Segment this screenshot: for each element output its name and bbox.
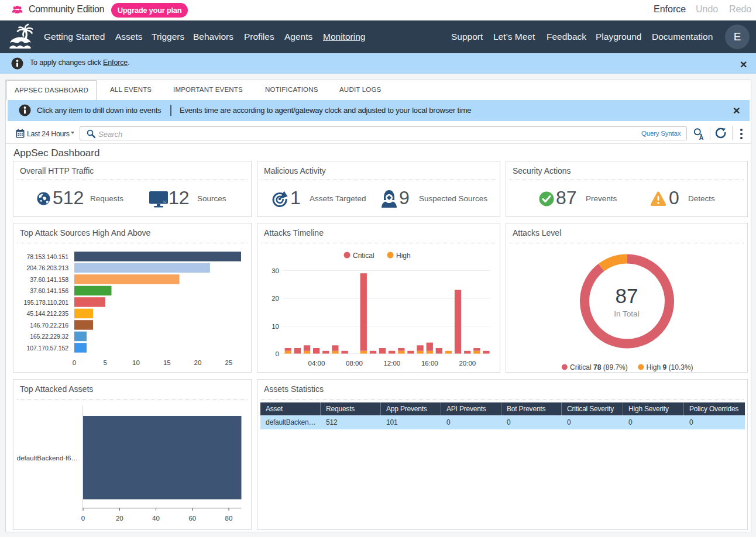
svg-text:204.76.203.213: 204.76.203.213 [26,264,68,271]
svg-text:195.178.110.201: 195.178.110.201 [23,299,68,306]
svg-text:0: 0 [73,359,76,366]
svg-text:25: 25 [225,359,232,366]
svg-text:20:00: 20:00 [459,360,476,367]
svg-text:10: 10 [272,323,279,330]
svg-text:10: 10 [132,359,140,366]
svg-text:0: 0 [276,350,279,357]
svg-text:0: 0 [81,515,85,522]
svg-text:In Total: In Total [614,309,639,318]
svg-text:87: 87 [616,284,638,307]
svg-text:Critical: Critical [353,252,374,260]
svg-text:45.144.212.235: 45.144.212.235 [26,310,68,317]
svg-text:20: 20 [272,295,279,302]
svg-text:107.170.57.152: 107.170.57.152 [26,345,68,352]
svg-text:20: 20 [116,515,123,522]
svg-text:60: 60 [188,515,196,522]
svg-text:80: 80 [225,515,233,522]
svg-text:165.22.229.32: 165.22.229.32 [30,333,68,340]
svg-text:37.60.141.156: 37.60.141.156 [30,287,68,294]
svg-text:37.60.141.158: 37.60.141.158 [30,276,68,283]
svg-text:52: 52 [163,200,167,204]
svg-text:08:00: 08:00 [346,360,363,367]
svg-text:78.153.140.151: 78.153.140.151 [26,253,68,260]
svg-text:30: 30 [272,267,279,274]
svg-text:16:00: 16:00 [421,360,438,367]
svg-text:High: High [396,252,411,260]
svg-text:High 9 (10.3%): High 9 (10.3%) [647,363,693,371]
svg-text:146.70.22.216: 146.70.22.216 [30,322,68,329]
svg-text:20: 20 [194,359,202,366]
svg-text:Critical 78 (89.7%): Critical 78 (89.7%) [570,363,628,371]
svg-text:defaultBackend-f6…: defaultBackend-f6… [17,455,78,462]
svg-text:04:00: 04:00 [308,360,325,367]
svg-text:5: 5 [104,359,107,366]
svg-text:A: A [699,134,704,141]
svg-text:12:00: 12:00 [383,360,400,367]
svg-text:40: 40 [152,515,160,522]
svg-text:15: 15 [163,359,171,366]
